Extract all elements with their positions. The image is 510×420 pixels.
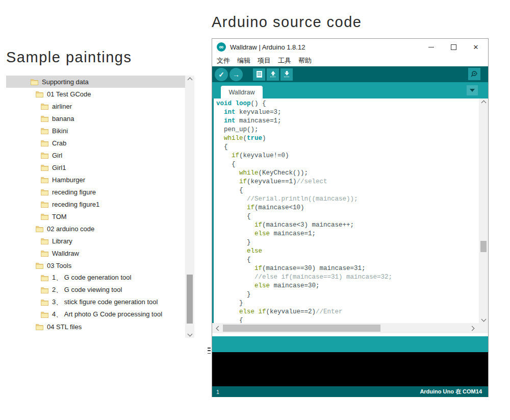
tab-list-dropdown-button[interactable] (467, 85, 478, 95)
tree-item[interactable]: Crab (6, 137, 185, 149)
tree-item[interactable]: airliner (6, 100, 185, 112)
code-line: { (216, 316, 478, 323)
tree-item-label: Crab (52, 139, 66, 147)
editor-left-stripe (212, 98, 214, 323)
scroll-down-icon[interactable] (479, 315, 488, 323)
board-port-indicator: Arduino Uno 在 COM14 (420, 388, 482, 396)
close-icon: ✕ (473, 44, 479, 51)
editor-hscrollbar[interactable] (212, 323, 488, 333)
tree-item[interactable]: 02 arduino code (6, 223, 185, 235)
folder-icon (41, 177, 48, 183)
tree-item-label: Supporting data (42, 78, 89, 86)
line-number-indicator: 1 (216, 389, 219, 395)
tree-item[interactable]: Girl (6, 149, 185, 161)
tree-item[interactable]: 04 STL files (6, 320, 185, 333)
maximize-button[interactable] (442, 39, 465, 55)
menu-bar: 文件编辑项目工具帮助 (212, 55, 488, 66)
editor-vscrollbar[interactable] (479, 98, 488, 323)
menu-item[interactable]: 编辑 (237, 56, 250, 65)
tree-item[interactable]: Girl1 (6, 161, 185, 174)
tree-item[interactable]: banana (6, 112, 185, 125)
tree-item[interactable]: 1、 G code generation tool (6, 271, 185, 284)
verify-button[interactable]: ✓ (215, 68, 228, 81)
code-line: if(keyvalue==1)//select (216, 178, 478, 186)
editor-hscrollbar-thumb[interactable] (223, 325, 380, 332)
tree-item-label: 01 Test GCode (47, 90, 91, 98)
code-editor[interactable]: void loop() { int keyvalue=3; int mainca… (212, 98, 488, 323)
sample-paintings-heading: Sample paintings (6, 49, 132, 66)
code-line: else maincase=30; (216, 282, 478, 290)
folder-icon (41, 213, 48, 220)
tree-item[interactable]: 01 Test GCode (6, 88, 185, 100)
folder-icon (36, 324, 43, 330)
tree-item[interactable]: Supporting data (6, 76, 185, 88)
tab-walldraw[interactable]: Walldraw (221, 86, 263, 98)
folder-tree: Supporting data01 Test GCodeairlinerbana… (6, 76, 194, 338)
code-line: } (216, 299, 478, 308)
tree-item-label: 03 Tools (47, 262, 71, 269)
chevron-up-icon (481, 100, 486, 105)
menu-item[interactable]: 项目 (258, 56, 271, 65)
close-button[interactable]: ✕ (465, 39, 487, 55)
tree-item-label: 2、 G code viewing tool (52, 285, 122, 294)
tree-item[interactable]: Hamburger (6, 174, 185, 186)
code-editor-content: void loop() { int keyvalue=3; int mainca… (216, 100, 478, 323)
chevron-left-icon (216, 326, 221, 331)
tree-item[interactable]: 2、 G code viewing tool (6, 284, 185, 296)
title-bar[interactable]: ∞ Walldraw | Arduino 1.8.12 ✕ (212, 39, 488, 55)
tree-item-label: 04 STL files (47, 323, 82, 331)
scroll-down-icon[interactable] (185, 330, 194, 338)
tree-item[interactable]: Walldraw (6, 247, 185, 259)
menu-item[interactable]: 工具 (278, 56, 291, 65)
editor-vscrollbar-thumb[interactable] (480, 241, 487, 252)
tree-scrollbar-thumb[interactable] (187, 275, 193, 324)
code-line: } (216, 290, 478, 299)
tree-item[interactable]: Bikini (6, 125, 185, 137)
code-line: else (216, 247, 478, 256)
folder-icon (41, 128, 48, 134)
resize-grip-mark (208, 348, 211, 354)
magnifier-icon (470, 70, 479, 78)
code-line: void loop() { (216, 100, 478, 108)
code-line: while(KeyCheck()); (216, 169, 478, 178)
tree-item-label: 3、 stick figure code generation tool (52, 298, 158, 307)
folder-icon (41, 275, 48, 281)
tree-item-label: Girl (52, 152, 62, 159)
tree-item[interactable]: TOM (6, 210, 185, 223)
code-line: } (216, 238, 478, 247)
maximize-icon (451, 44, 456, 50)
tree-item[interactable]: 03 Tools (6, 259, 185, 271)
tree-item[interactable]: receding figure (6, 186, 185, 198)
folder-icon (41, 201, 48, 208)
menu-item[interactable]: 帮助 (298, 56, 312, 65)
tree-item[interactable]: receding figure1 (6, 198, 185, 210)
scroll-right-icon[interactable] (468, 323, 476, 333)
minimize-button[interactable] (420, 39, 442, 55)
folder-icon (36, 262, 43, 269)
menu-item[interactable]: 文件 (217, 56, 230, 65)
code-line: if(maincase<10) (216, 204, 478, 212)
save-button[interactable] (280, 68, 293, 81)
scroll-left-icon[interactable] (214, 323, 222, 333)
new-sketch-button[interactable] (253, 68, 265, 81)
console-output (212, 352, 488, 386)
code-line: int keyvalue=3; (216, 108, 478, 117)
tree-item[interactable]: 4、 Art photo G Code processing tool (6, 308, 185, 320)
scroll-up-icon[interactable] (185, 76, 194, 84)
arrow-down-icon (283, 70, 291, 78)
tree-item[interactable]: 3、 stick figure code generation tool (6, 296, 185, 308)
code-line: { (216, 143, 478, 152)
arrow-right-icon: → (233, 70, 240, 79)
folder-icon (41, 311, 48, 318)
serial-monitor-button[interactable] (468, 68, 480, 80)
tree-scrollbar[interactable] (185, 76, 194, 338)
code-line: { (216, 212, 478, 221)
open-button[interactable] (267, 68, 279, 81)
tree-item-label: receding figure (52, 188, 96, 196)
scroll-up-icon[interactable] (479, 98, 488, 107)
chevron-up-icon (187, 77, 192, 82)
folder-tree-rows: Supporting data01 Test GCodeairlinerbana… (6, 76, 185, 338)
tree-item[interactable]: Library (6, 235, 185, 247)
chevron-down-icon (481, 316, 486, 322)
upload-button[interactable]: → (230, 68, 243, 81)
